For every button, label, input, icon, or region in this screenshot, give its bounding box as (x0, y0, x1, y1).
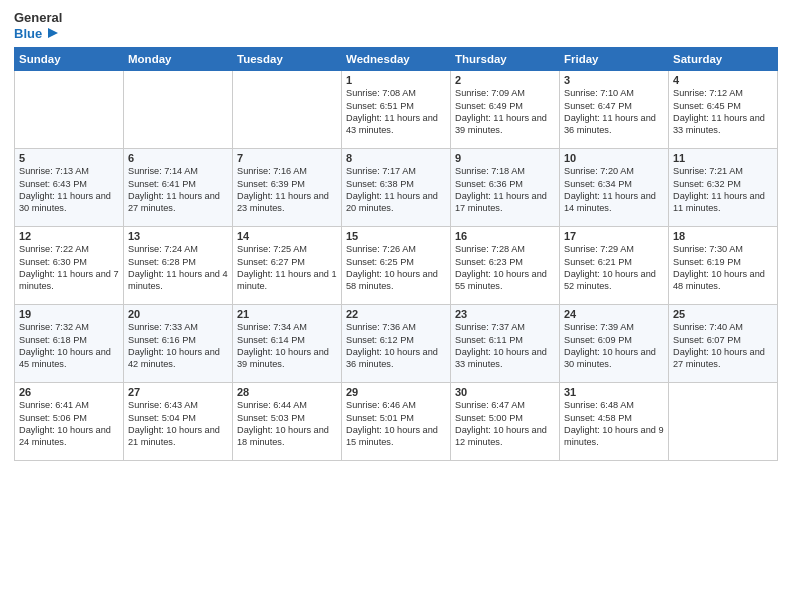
day-info: Sunrise: 7:12 AM Sunset: 6:45 PM Dayligh… (673, 87, 773, 137)
calendar-cell: 19Sunrise: 7:32 AM Sunset: 6:18 PM Dayli… (15, 305, 124, 383)
calendar-cell: 9Sunrise: 7:18 AM Sunset: 6:36 PM Daylig… (451, 149, 560, 227)
day-number: 1 (346, 74, 446, 86)
day-info: Sunrise: 7:08 AM Sunset: 6:51 PM Dayligh… (346, 87, 446, 137)
calendar-cell: 18Sunrise: 7:30 AM Sunset: 6:19 PM Dayli… (669, 227, 778, 305)
day-info: Sunrise: 7:17 AM Sunset: 6:38 PM Dayligh… (346, 165, 446, 215)
calendar-cell: 7Sunrise: 7:16 AM Sunset: 6:39 PM Daylig… (233, 149, 342, 227)
calendar-cell: 28Sunrise: 6:44 AM Sunset: 5:03 PM Dayli… (233, 383, 342, 461)
day-info: Sunrise: 7:37 AM Sunset: 6:11 PM Dayligh… (455, 321, 555, 371)
day-number: 25 (673, 308, 773, 320)
day-header-wednesday: Wednesday (342, 48, 451, 71)
calendar-cell: 5Sunrise: 7:13 AM Sunset: 6:43 PM Daylig… (15, 149, 124, 227)
day-number: 19 (19, 308, 119, 320)
day-number: 24 (564, 308, 664, 320)
calendar-cell: 29Sunrise: 6:46 AM Sunset: 5:01 PM Dayli… (342, 383, 451, 461)
day-info: Sunrise: 7:28 AM Sunset: 6:23 PM Dayligh… (455, 243, 555, 293)
day-number: 14 (237, 230, 337, 242)
calendar-cell: 16Sunrise: 7:28 AM Sunset: 6:23 PM Dayli… (451, 227, 560, 305)
calendar-cell: 17Sunrise: 7:29 AM Sunset: 6:21 PM Dayli… (560, 227, 669, 305)
calendar-week-5: 26Sunrise: 6:41 AM Sunset: 5:06 PM Dayli… (15, 383, 778, 461)
calendar-cell: 27Sunrise: 6:43 AM Sunset: 5:04 PM Dayli… (124, 383, 233, 461)
day-number: 9 (455, 152, 555, 164)
calendar-cell: 21Sunrise: 7:34 AM Sunset: 6:14 PM Dayli… (233, 305, 342, 383)
calendar-cell: 20Sunrise: 7:33 AM Sunset: 6:16 PM Dayli… (124, 305, 233, 383)
day-header-sunday: Sunday (15, 48, 124, 71)
day-number: 29 (346, 386, 446, 398)
day-header-friday: Friday (560, 48, 669, 71)
day-info: Sunrise: 7:26 AM Sunset: 6:25 PM Dayligh… (346, 243, 446, 293)
day-number: 12 (19, 230, 119, 242)
day-info: Sunrise: 7:40 AM Sunset: 6:07 PM Dayligh… (673, 321, 773, 371)
calendar-cell: 14Sunrise: 7:25 AM Sunset: 6:27 PM Dayli… (233, 227, 342, 305)
calendar-cell: 2Sunrise: 7:09 AM Sunset: 6:49 PM Daylig… (451, 71, 560, 149)
day-header-tuesday: Tuesday (233, 48, 342, 71)
day-info: Sunrise: 7:16 AM Sunset: 6:39 PM Dayligh… (237, 165, 337, 215)
calendar-cell: 11Sunrise: 7:21 AM Sunset: 6:32 PM Dayli… (669, 149, 778, 227)
day-number: 6 (128, 152, 228, 164)
day-info: Sunrise: 7:39 AM Sunset: 6:09 PM Dayligh… (564, 321, 664, 371)
day-info: Sunrise: 7:18 AM Sunset: 6:36 PM Dayligh… (455, 165, 555, 215)
day-info: Sunrise: 6:44 AM Sunset: 5:03 PM Dayligh… (237, 399, 337, 449)
day-info: Sunrise: 7:36 AM Sunset: 6:12 PM Dayligh… (346, 321, 446, 371)
svg-marker-0 (48, 28, 58, 38)
calendar-cell (233, 71, 342, 149)
calendar-cell: 1Sunrise: 7:08 AM Sunset: 6:51 PM Daylig… (342, 71, 451, 149)
calendar-cell: 15Sunrise: 7:26 AM Sunset: 6:25 PM Dayli… (342, 227, 451, 305)
day-info: Sunrise: 7:21 AM Sunset: 6:32 PM Dayligh… (673, 165, 773, 215)
day-info: Sunrise: 7:22 AM Sunset: 6:30 PM Dayligh… (19, 243, 119, 293)
day-info: Sunrise: 6:41 AM Sunset: 5:06 PM Dayligh… (19, 399, 119, 449)
day-header-monday: Monday (124, 48, 233, 71)
day-number: 11 (673, 152, 773, 164)
day-number: 27 (128, 386, 228, 398)
day-number: 22 (346, 308, 446, 320)
day-info: Sunrise: 7:09 AM Sunset: 6:49 PM Dayligh… (455, 87, 555, 137)
day-number: 13 (128, 230, 228, 242)
calendar-cell: 4Sunrise: 7:12 AM Sunset: 6:45 PM Daylig… (669, 71, 778, 149)
calendar-header-row: SundayMondayTuesdayWednesdayThursdayFrid… (15, 48, 778, 71)
day-number: 15 (346, 230, 446, 242)
day-number: 17 (564, 230, 664, 242)
calendar-cell: 10Sunrise: 7:20 AM Sunset: 6:34 PM Dayli… (560, 149, 669, 227)
day-number: 20 (128, 308, 228, 320)
calendar-cell: 22Sunrise: 7:36 AM Sunset: 6:12 PM Dayli… (342, 305, 451, 383)
calendar-week-2: 5Sunrise: 7:13 AM Sunset: 6:43 PM Daylig… (15, 149, 778, 227)
calendar-cell: 8Sunrise: 7:17 AM Sunset: 6:38 PM Daylig… (342, 149, 451, 227)
day-header-thursday: Thursday (451, 48, 560, 71)
calendar-week-3: 12Sunrise: 7:22 AM Sunset: 6:30 PM Dayli… (15, 227, 778, 305)
day-info: Sunrise: 7:34 AM Sunset: 6:14 PM Dayligh… (237, 321, 337, 371)
calendar-cell: 30Sunrise: 6:47 AM Sunset: 5:00 PM Dayli… (451, 383, 560, 461)
calendar-cell: 25Sunrise: 7:40 AM Sunset: 6:07 PM Dayli… (669, 305, 778, 383)
day-number: 7 (237, 152, 337, 164)
calendar-week-1: 1Sunrise: 7:08 AM Sunset: 6:51 PM Daylig… (15, 71, 778, 149)
day-info: Sunrise: 7:20 AM Sunset: 6:34 PM Dayligh… (564, 165, 664, 215)
day-info: Sunrise: 6:46 AM Sunset: 5:01 PM Dayligh… (346, 399, 446, 449)
day-number: 28 (237, 386, 337, 398)
calendar-cell (15, 71, 124, 149)
logo: GeneralBlue (14, 10, 62, 41)
day-info: Sunrise: 7:14 AM Sunset: 6:41 PM Dayligh… (128, 165, 228, 215)
day-number: 16 (455, 230, 555, 242)
day-info: Sunrise: 7:24 AM Sunset: 6:28 PM Dayligh… (128, 243, 228, 293)
day-number: 4 (673, 74, 773, 86)
calendar-week-4: 19Sunrise: 7:32 AM Sunset: 6:18 PM Dayli… (15, 305, 778, 383)
calendar-cell: 24Sunrise: 7:39 AM Sunset: 6:09 PM Dayli… (560, 305, 669, 383)
day-info: Sunrise: 6:43 AM Sunset: 5:04 PM Dayligh… (128, 399, 228, 449)
logo-arrow-icon (44, 26, 58, 40)
day-number: 18 (673, 230, 773, 242)
day-number: 8 (346, 152, 446, 164)
calendar-table: SundayMondayTuesdayWednesdayThursdayFrid… (14, 47, 778, 461)
day-number: 5 (19, 152, 119, 164)
day-number: 10 (564, 152, 664, 164)
day-info: Sunrise: 6:48 AM Sunset: 4:58 PM Dayligh… (564, 399, 664, 449)
day-info: Sunrise: 7:32 AM Sunset: 6:18 PM Dayligh… (19, 321, 119, 371)
calendar-cell: 6Sunrise: 7:14 AM Sunset: 6:41 PM Daylig… (124, 149, 233, 227)
day-number: 30 (455, 386, 555, 398)
calendar-cell: 3Sunrise: 7:10 AM Sunset: 6:47 PM Daylig… (560, 71, 669, 149)
calendar-cell (669, 383, 778, 461)
calendar-cell: 31Sunrise: 6:48 AM Sunset: 4:58 PM Dayli… (560, 383, 669, 461)
calendar-cell: 23Sunrise: 7:37 AM Sunset: 6:11 PM Dayli… (451, 305, 560, 383)
day-number: 21 (237, 308, 337, 320)
day-info: Sunrise: 7:10 AM Sunset: 6:47 PM Dayligh… (564, 87, 664, 137)
calendar-cell: 12Sunrise: 7:22 AM Sunset: 6:30 PM Dayli… (15, 227, 124, 305)
day-info: Sunrise: 6:47 AM Sunset: 5:00 PM Dayligh… (455, 399, 555, 449)
